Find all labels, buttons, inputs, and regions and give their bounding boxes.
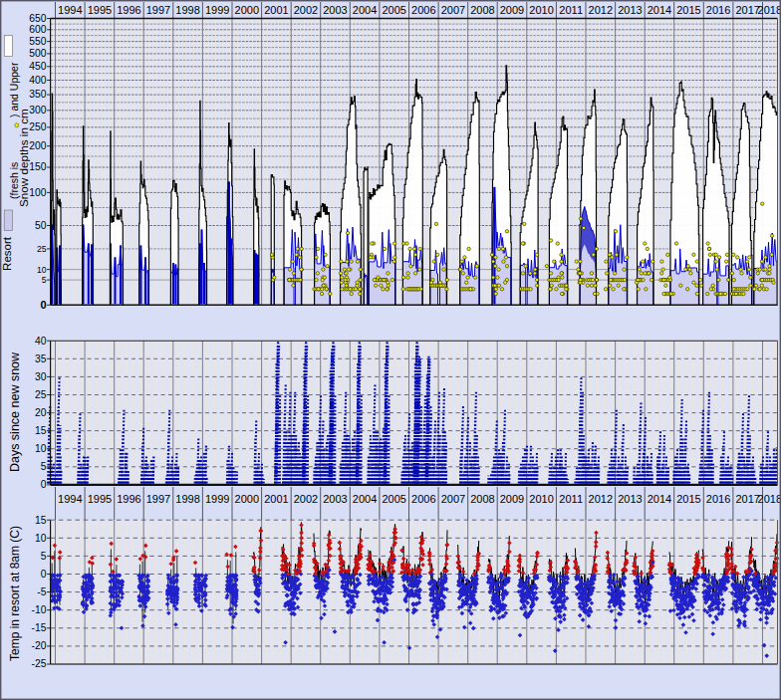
svg-text:15: 15 [35,515,47,526]
svg-text:1996: 1996 [117,493,140,505]
svg-text:2005: 2005 [382,493,405,505]
svg-text:2012: 2012 [589,4,613,16]
svg-text:500: 500 [29,48,46,59]
svg-text:1999: 1999 [205,493,229,505]
svg-text:2013: 2013 [618,493,642,505]
svg-text:600: 600 [29,24,46,35]
svg-text:1995: 1995 [88,493,112,505]
svg-text:2011: 2011 [559,4,583,16]
svg-text:2014: 2014 [648,4,671,16]
svg-text:30: 30 [35,371,47,382]
svg-text:1998: 1998 [175,493,199,505]
svg-text:2018: 2018 [758,4,781,16]
svg-text:1997: 1997 [146,493,170,505]
svg-text:Days since new snow: Days since new snow [8,351,22,472]
svg-text:15: 15 [35,425,47,436]
svg-text:-25: -25 [32,658,47,669]
svg-text:2009: 2009 [500,4,524,16]
svg-text:200: 200 [29,140,46,151]
svg-text:2002: 2002 [294,4,318,16]
svg-text:5: 5 [41,461,47,472]
svg-text:-5: -5 [37,586,46,597]
svg-text:5: 5 [42,275,47,285]
svg-text:2008: 2008 [470,4,494,16]
svg-text:25: 25 [37,244,47,254]
svg-text:300: 300 [29,105,46,116]
svg-text:35: 35 [35,353,47,364]
svg-text:2004: 2004 [353,4,377,16]
svg-text:2010: 2010 [529,493,553,505]
svg-text:5: 5 [41,551,47,562]
svg-text:250: 250 [29,121,46,132]
svg-text:2000: 2000 [235,493,259,505]
svg-text:-10: -10 [32,604,47,615]
svg-text:-15: -15 [32,622,47,633]
svg-text:650: 650 [29,13,46,24]
svg-text:1995: 1995 [88,4,112,16]
svg-text:2013: 2013 [618,4,642,16]
svg-text:2005: 2005 [382,4,405,16]
svg-text:Temp in resort at 8am (C): Temp in resort at 8am (C) [8,526,22,661]
svg-text:50: 50 [35,220,47,231]
svg-text:2010: 2010 [529,4,553,16]
svg-text:2015: 2015 [676,4,700,16]
svg-text:2000: 2000 [235,4,259,16]
svg-text:Resort: Resort [1,236,13,271]
svg-text:400: 400 [29,75,46,86]
svg-text:150: 150 [29,161,46,172]
svg-text:1997: 1997 [146,4,170,16]
svg-text:10: 10 [35,533,47,544]
svg-text:2007: 2007 [441,493,465,505]
svg-text:1996: 1996 [117,4,140,16]
svg-text:1994: 1994 [58,493,82,505]
svg-text:2001: 2001 [264,4,288,16]
svg-text:2009: 2009 [500,493,524,505]
svg-text:2017: 2017 [735,493,759,505]
svg-text:2016: 2016 [706,493,730,505]
svg-text:2018: 2018 [758,493,781,505]
svg-text:2016: 2016 [706,4,730,16]
svg-text:1999: 1999 [205,4,229,16]
svg-text:450: 450 [29,61,46,72]
svg-text:2003: 2003 [323,4,347,16]
svg-text:2006: 2006 [411,4,435,16]
svg-text:1998: 1998 [175,4,199,16]
svg-text:25: 25 [35,389,47,400]
svg-text:350: 350 [29,89,46,100]
svg-text:2017: 2017 [735,4,759,16]
svg-text:2008: 2008 [470,493,494,505]
svg-text:Snow depths in cm: Snow depths in cm [17,109,30,207]
svg-text:0: 0 [41,479,47,490]
svg-text:1994: 1994 [58,4,82,16]
svg-text:100: 100 [29,187,46,198]
svg-text:550: 550 [29,36,46,47]
svg-text:2001: 2001 [264,493,288,505]
svg-text:2006: 2006 [411,493,435,505]
svg-text:2012: 2012 [589,493,613,505]
svg-text:2015: 2015 [676,493,700,505]
svg-text:20: 20 [35,407,47,418]
svg-text:2004: 2004 [353,493,377,505]
svg-text:2007: 2007 [441,4,465,16]
svg-text:40: 40 [35,336,47,347]
svg-text:2003: 2003 [323,493,347,505]
svg-text:0: 0 [41,569,47,580]
svg-text:0: 0 [40,299,46,311]
svg-text:2014: 2014 [648,493,671,505]
svg-text:-20: -20 [32,640,47,651]
svg-text:10: 10 [35,443,47,454]
svg-text:2011: 2011 [559,493,583,505]
svg-text:2002: 2002 [294,493,318,505]
svg-text:10: 10 [37,265,47,275]
